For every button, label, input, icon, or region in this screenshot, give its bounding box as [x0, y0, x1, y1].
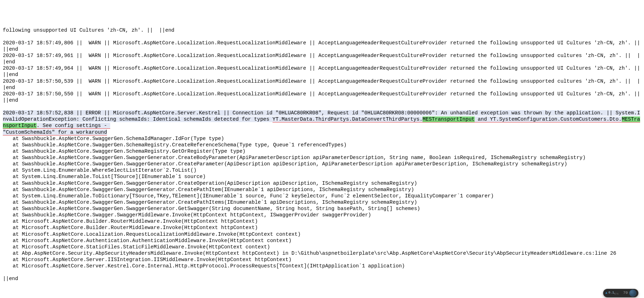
stack-trace-line: at Swashbuckle.AspNetCore.SwaggerGen.Swa…: [3, 199, 641, 205]
error-log-block: 2020-03-17 18:57:52,838 || ERROR || Micr…: [3, 110, 640, 135]
stack-trace-line: at Swashbuckle.AspNetCore.Swagger.Swagge…: [3, 212, 641, 218]
stack-trace-line: at System.Linq.Enumerable.ToList[TSource…: [3, 173, 641, 180]
log-warn-line: 2020-03-17 18:57:50,550 || WARN || Micro…: [3, 91, 641, 103]
log-end-marker: ||end: [3, 275, 641, 282]
warn-lines-container: 2020-03-17 18:57:49,806 || WARN || Micro…: [3, 40, 641, 103]
error-highlight-1: MESTransportInput: [423, 116, 475, 122]
stack-trace-line: at Microsoft.AspNetCore.Builder.RouterMi…: [3, 218, 641, 224]
upload-arrow-icon: ▲: [605, 291, 607, 296]
widget-percent: 70: [623, 291, 628, 296]
stack-trace-line: at Swashbuckle.AspNetCore.SwaggerGen.Sch…: [3, 148, 641, 154]
stack-trace-line: at Microsoft.AspNetCore.Builder.RouterMi…: [3, 224, 641, 231]
error-mid: and YT.SystemConfiguration.CustomCustome…: [475, 116, 622, 122]
widget-speed-text: 0.1K/s: [608, 291, 619, 295]
stack-trace-line: at Swashbuckle.AspNetCore.SwaggerGen.Swa…: [3, 180, 641, 186]
stack-trace-line: at Swashbuckle.AspNetCore.SwaggerGen.Swa…: [3, 154, 641, 161]
stack-trace-container: at Swashbuckle.AspNetCore.SwaggerGen.Sch…: [3, 135, 641, 270]
stack-trace-line: at Microsoft.AspNetCore.StaticFiles.Stat…: [3, 244, 641, 250]
stack-trace-line: at Microsoft.AspNetCore.Localization.Req…: [3, 231, 641, 237]
network-speed-widget[interactable]: ▲ 0.1K/s 70: [603, 289, 638, 297]
log-warn-line: 2020-03-17 18:57:49,961 || WARN || Micro…: [3, 52, 641, 65]
widget-right: 70: [623, 290, 636, 297]
stack-trace-line: at Microsoft.AspNetCore.Server.Kestrel.C…: [3, 263, 641, 269]
stack-trace-line: at Swashbuckle.AspNetCore.SwaggerGen.Swa…: [3, 161, 641, 167]
stack-trace-line: at Swashbuckle.AspNetCore.SwaggerGen.Sch…: [3, 135, 641, 142]
widget-globe-icon: [629, 290, 636, 297]
stack-trace-line: at Swashbuckle.AspNetCore.SwaggerGen.Sch…: [3, 142, 641, 148]
log-warn-line: 2020-03-17 18:57:50,539 || WARN || Micro…: [3, 78, 641, 91]
error-underlined-workaround: "CustomSchemaIds" for a workaround: [3, 129, 107, 135]
log-warn-line: 2020-03-17 18:57:49,964 || WARN || Micro…: [3, 65, 641, 78]
log-warn-line: 2020-03-17 18:57:49,806 || WARN || Micro…: [3, 40, 641, 52]
log-line-truncated: following unsupported UI Cultures 'zh-CN…: [3, 27, 641, 33]
stack-trace-line: at System.Linq.Enumerable.WhereSelectLis…: [3, 167, 641, 173]
error-after-hl2: . See config settings -: [37, 123, 110, 128]
stack-trace-line: at Microsoft.AspNetCore.Server.IISIntegr…: [3, 256, 641, 263]
stack-trace-line: at Swashbuckle.AspNetCore.SwaggerGen.Swa…: [3, 205, 641, 212]
stack-trace-line: at Swashbuckle.AspNetCore.SwaggerGen.Swa…: [3, 186, 641, 193]
widget-left: ▲ 0.1K/s: [605, 291, 619, 296]
stack-trace-line: at Abp.AspNetCore.Security.AbpSecurityHe…: [3, 250, 641, 256]
stack-trace-line: at Microsoft.AspNetCore.Authentication.A…: [3, 237, 641, 244]
stack-trace-line: at System.Linq.Enumerable.ToDictionary[T…: [3, 193, 641, 199]
error-type1-ns: YT.MasterData.ThirdPartys.DataConvertThi…: [273, 116, 423, 122]
